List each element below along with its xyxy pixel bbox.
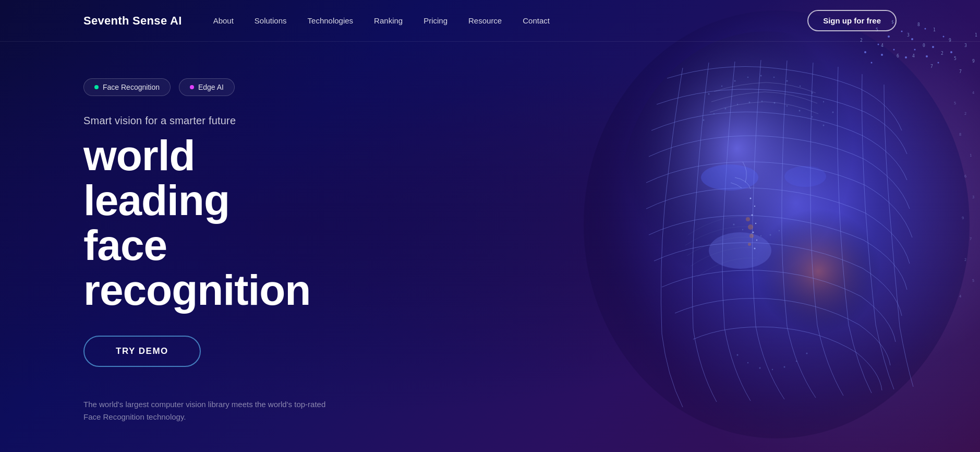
hero-section: Face Recognition Edge AI Smart vision fo… <box>0 42 417 423</box>
svg-point-48 <box>760 75 762 77</box>
svg-point-72 <box>737 354 739 356</box>
hero-subtitle: Smart vision for a smarter future <box>83 115 334 127</box>
svg-point-88 <box>938 62 939 64</box>
nav-resource[interactable]: Resource <box>468 16 502 25</box>
svg-point-45 <box>721 86 722 87</box>
svg-text:7: 7 <box>930 64 933 69</box>
site-logo: Seventh Sense AI <box>83 14 182 28</box>
svg-point-13 <box>709 232 771 269</box>
nav-solutions[interactable]: Solutions <box>255 16 287 25</box>
svg-text:3: 3 <box>972 195 974 199</box>
svg-text:9: 9 <box>962 216 964 220</box>
svg-point-87 <box>950 51 952 53</box>
svg-point-53 <box>823 101 824 102</box>
svg-text:4: 4 <box>972 91 974 95</box>
face-recognition-label: Face Recognition <box>103 83 160 91</box>
svg-point-89 <box>926 55 928 57</box>
svg-point-78 <box>806 353 808 354</box>
svg-point-73 <box>747 362 748 363</box>
svg-point-75 <box>772 369 773 370</box>
svg-point-56 <box>713 113 715 114</box>
svg-point-74 <box>759 367 761 369</box>
svg-point-52 <box>812 92 813 94</box>
svg-text:6: 6 <box>897 54 899 58</box>
navbar: Seventh Sense AI About Solutions Technol… <box>0 0 980 42</box>
svg-point-12 <box>784 166 826 187</box>
svg-point-44 <box>708 93 710 95</box>
svg-point-49 <box>773 77 775 78</box>
svg-text:2: 2 <box>964 112 966 116</box>
svg-point-64 <box>812 116 813 117</box>
svg-text:4: 4 <box>959 294 961 299</box>
svg-text:1: 1 <box>970 153 972 158</box>
svg-point-63 <box>799 110 801 112</box>
svg-text:2: 2 <box>941 51 943 56</box>
svg-point-71 <box>779 230 780 231</box>
hero-title-line1: world leading <box>83 132 229 224</box>
svg-text:5: 5 <box>954 56 957 61</box>
edge-ai-label: Edge AI <box>198 83 224 91</box>
svg-point-91 <box>905 56 907 58</box>
page-wrapper: Seventh Sense AI About Solutions Technol… <box>0 0 980 452</box>
svg-point-90 <box>914 49 916 51</box>
svg-point-80 <box>878 44 879 45</box>
hero-title: world leading face recognition <box>83 133 334 313</box>
face-recognition-dot <box>94 85 99 89</box>
svg-point-92 <box>893 49 895 51</box>
svg-point-65 <box>823 125 825 126</box>
svg-text:7: 7 <box>970 237 972 241</box>
nav-pricing[interactable]: Pricing <box>424 16 447 25</box>
tag-pills: Face Recognition Edge AI <box>83 78 334 96</box>
svg-text:5: 5 <box>954 101 956 105</box>
nav-about[interactable]: About <box>213 16 234 25</box>
edge-ai-tag[interactable]: Edge AI <box>179 78 235 96</box>
hero-ai-face-image: 2 5 $ 3 0 1 9 4 7 2 5 8 4 6 3 1 7 9 <box>485 0 980 452</box>
edge-ai-dot <box>190 85 194 89</box>
svg-text:4: 4 <box>881 43 884 48</box>
svg-point-70 <box>770 234 771 236</box>
svg-point-66 <box>733 224 735 225</box>
svg-text:8: 8 <box>959 133 961 137</box>
svg-point-46 <box>734 80 736 82</box>
ai-face-svg: 2 5 $ 3 0 1 9 4 7 2 5 8 4 6 3 1 7 9 <box>485 0 980 452</box>
svg-point-85 <box>932 46 934 48</box>
svg-point-55 <box>703 120 705 121</box>
try-demo-button[interactable]: TRY DEMO <box>83 336 201 367</box>
svg-point-6 <box>752 215 753 216</box>
svg-text:3: 3 <box>964 43 967 48</box>
svg-text:9: 9 <box>972 59 975 64</box>
svg-text:6: 6 <box>964 174 966 179</box>
svg-point-47 <box>747 77 748 78</box>
nav-ranking[interactable]: Ranking <box>374 16 403 25</box>
face-recognition-tag[interactable]: Face Recognition <box>83 78 171 96</box>
nav-contact[interactable]: Contact <box>523 16 550 25</box>
svg-point-96 <box>748 224 753 230</box>
svg-point-62 <box>787 105 788 106</box>
svg-point-76 <box>784 366 785 368</box>
nav-links: About Solutions Technologies Ranking Pri… <box>213 16 808 25</box>
nav-technologies[interactable]: Technologies <box>308 16 354 25</box>
svg-text:5: 5 <box>972 279 974 283</box>
svg-point-98 <box>748 243 751 246</box>
svg-point-67 <box>742 229 743 230</box>
svg-text:7: 7 <box>959 69 962 74</box>
svg-point-61 <box>774 102 776 104</box>
svg-point-57 <box>725 108 727 110</box>
svg-point-77 <box>796 361 797 362</box>
svg-text:2: 2 <box>964 258 966 262</box>
svg-point-69 <box>760 235 761 236</box>
svg-point-5 <box>754 206 755 207</box>
svg-point-4 <box>750 198 752 199</box>
svg-point-7 <box>755 223 756 224</box>
svg-point-93 <box>881 54 883 56</box>
svg-point-51 <box>800 86 801 87</box>
svg-text:0: 0 <box>923 43 925 48</box>
svg-point-54 <box>832 112 834 113</box>
hero-description: The world's largest computer vision libr… <box>83 398 334 423</box>
signup-button[interactable]: Sign up for free <box>807 10 897 31</box>
svg-point-95 <box>746 217 750 221</box>
svg-point-8 <box>753 232 754 233</box>
svg-text:4: 4 <box>912 54 915 58</box>
svg-point-50 <box>787 80 788 82</box>
hero-title-line2: face recognition <box>83 221 310 314</box>
